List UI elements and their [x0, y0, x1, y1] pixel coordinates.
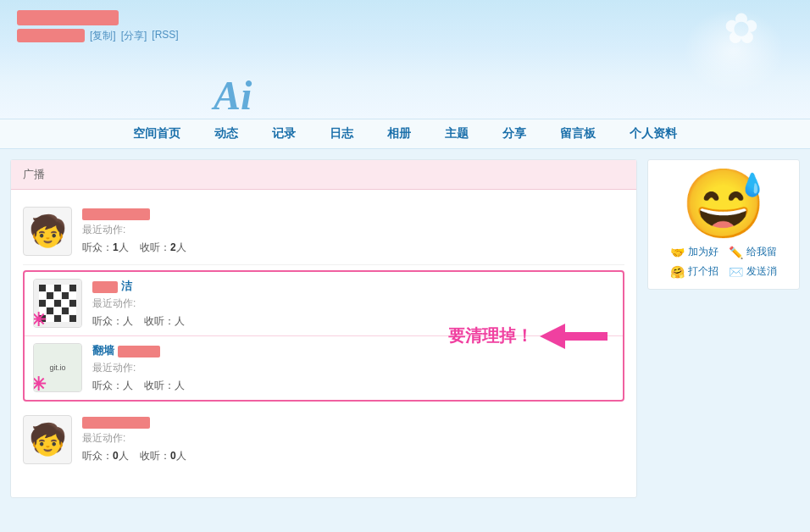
action-row-1: 🤝 加为好 ✏️ 给我留 [657, 245, 791, 259]
leave-message-icon: ✏️ [729, 246, 743, 259]
broadcast-item-1: 🧒 最近动作: 听众：1人 收听：2人 [23, 198, 624, 265]
rss-link[interactable]: [RSS] [152, 29, 178, 43]
broadcast-item-4: 🧒 最近动作: 听众：0人 收听：0人 [23, 407, 624, 473]
qr-cell [69, 300, 76, 307]
broadcast-action-2: 最近动作: [92, 296, 614, 311]
share-link[interactable]: [分享] [121, 29, 147, 43]
name-redacted-1 [82, 208, 150, 220]
send-message-btn[interactable]: ✉️ 发送消 [729, 264, 777, 279]
broadcast-info-4: 最近动作: 听众：0人 收听：0人 [82, 415, 624, 463]
subscribers-unit-4: 人 [176, 450, 186, 462]
broadcast-list: 🧒 最近动作: 听众：1人 收听：2人 [11, 190, 636, 481]
broadcast-name-2: 洁 [92, 279, 614, 294]
avatar-qr-2: ✳ [34, 279, 81, 328]
sidebar-actions: 🤝 加为好 ✏️ 给我留 🤗 打个招 ✉️ 发送消 [657, 245, 791, 279]
qr-cell [54, 300, 61, 307]
avatar-3: git.io ✳ [33, 343, 82, 392]
nav-home[interactable]: 空间首页 [133, 126, 180, 141]
qr-cell [47, 300, 53, 307]
qr-cell [47, 308, 53, 314]
qr-cell [62, 285, 69, 291]
name-char-2: 洁 [121, 280, 132, 292]
star-mark-3: ✳ [33, 374, 46, 392]
listeners-count-1: 1 [113, 241, 119, 253]
nav-album[interactable]: 相册 [387, 126, 411, 141]
listeners-label-2: 听众： [92, 315, 123, 327]
qr-cell [47, 315, 53, 322]
nav-activity[interactable]: 动态 [214, 126, 238, 141]
ai-header-text: Ai [214, 72, 252, 119]
name-prefix-redacted-2 [92, 281, 118, 293]
name-char-3: 翻墙 [92, 344, 114, 357]
greet-label: 打个招 [688, 264, 718, 279]
subscribers-unit-3: 人 [175, 380, 185, 391]
arrow-svg [540, 319, 608, 353]
avatar-qr-3: git.io ✳ [34, 343, 81, 392]
nav-diary[interactable]: 日志 [330, 126, 353, 141]
add-friend-btn[interactable]: 🤝 加为好 [670, 245, 718, 259]
section-title: 广播 [11, 160, 636, 190]
main-layout: 广播 🧒 最近动作: 听众：1人 收听：2人 [0, 149, 810, 508]
qr-cell [54, 315, 61, 322]
nav-profile[interactable]: 个人资料 [630, 126, 677, 141]
greet-icon: 🤗 [670, 265, 685, 279]
qr-cell [54, 292, 61, 299]
qr-cell [69, 308, 76, 314]
annotation-text: 要清理掉！ [448, 324, 533, 347]
listeners-unit-1: 人 [119, 241, 129, 253]
profile-emoji: 😅 [657, 170, 791, 238]
header-links: [复制] [分享] [RSS] [17, 29, 793, 43]
svg-marker-0 [540, 324, 608, 349]
name-suffix-redacted-3 [118, 346, 160, 357]
broadcast-action-4: 最近动作: [82, 431, 624, 446]
listeners-label-4: 听众： [82, 450, 113, 462]
avatar-emoji-1: 🧒 [29, 213, 67, 249]
qr-cell [39, 285, 46, 291]
leave-message-label: 给我留 [746, 245, 777, 259]
add-friend-icon: 🤝 [670, 246, 685, 259]
qr-cell [62, 315, 69, 322]
sidebar: 😅 🤝 加为好 ✏️ 给我留 🤗 打个招 [647, 159, 800, 290]
send-message-icon: ✉️ [729, 265, 743, 279]
username-bar [17, 10, 793, 25]
qr-cell [47, 292, 53, 299]
listeners-unit-2: 人 [123, 315, 133, 327]
send-message-label: 发送消 [746, 264, 777, 279]
navigation-bar: 空间首页 动态 记录 日志 相册 主题 分享 留言板 个人资料 [0, 119, 810, 149]
broadcast-action-3: 最近动作: [92, 361, 614, 375]
star-mark-2: ✳ [33, 309, 46, 328]
subscribers-label-1: 收听： [140, 241, 170, 253]
username-redacted [17, 10, 119, 25]
highlighted-section: ✳ 洁 最近动作: 听众：人 收 [23, 270, 624, 402]
broadcast-action-1: 最近动作: [82, 223, 624, 237]
add-friend-label: 加为好 [688, 245, 718, 259]
avatar-4: 🧒 [23, 415, 72, 464]
broadcast-stats-1: 听众：1人 收听：2人 [82, 241, 624, 255]
nav-guestbook[interactable]: 留言板 [560, 126, 596, 141]
subscribers-unit-2: 人 [175, 315, 185, 327]
qr-cell [62, 300, 69, 307]
header-background: [复制] [分享] [RSS] Ai ✿ [0, 0, 810, 119]
action-row-2: 🤗 打个招 ✉️ 发送消 [657, 264, 791, 279]
qr-cell [62, 292, 69, 299]
qr-cell [69, 285, 76, 291]
header-top: [复制] [分享] [RSS] [0, 0, 810, 48]
qr-cell [69, 292, 76, 299]
nav-share[interactable]: 分享 [502, 126, 526, 141]
greet-btn[interactable]: 🤗 打个招 [670, 264, 718, 279]
listeners-unit-4: 人 [119, 450, 129, 462]
nav-record[interactable]: 记录 [272, 126, 296, 141]
subscribers-unit-1: 人 [176, 241, 186, 253]
leave-message-btn[interactable]: ✏️ 给我留 [729, 245, 777, 259]
listeners-unit-3: 人 [123, 380, 133, 391]
avatar-label-3: git.io [49, 363, 65, 372]
qr-cell [39, 292, 46, 299]
avatar-1: 🧒 [23, 207, 72, 256]
copy-link[interactable]: [复制] [90, 29, 116, 43]
subscribers-count-4: 0 [170, 450, 176, 462]
subscribers-count-1: 2 [170, 241, 176, 253]
qr-cell [54, 308, 61, 314]
nav-theme[interactable]: 主题 [445, 126, 469, 141]
listeners-count-4: 0 [113, 450, 119, 462]
annotation-container: 要清理掉！ [448, 319, 608, 353]
